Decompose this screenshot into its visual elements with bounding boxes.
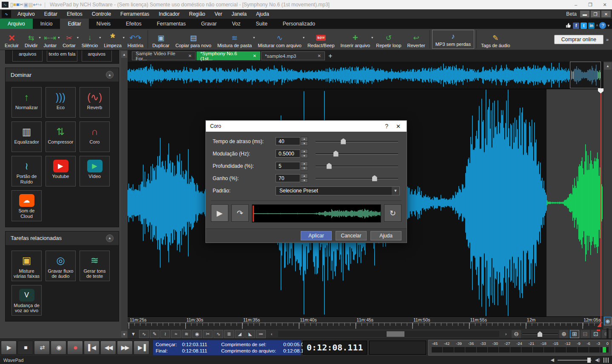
dialog-help-icon[interactable]: ? [379, 123, 394, 130]
ribbon-tab-ferramentas[interactable]: Ferramentas [149, 19, 194, 29]
sidebar-clipped-item[interactable]: texto em fala [47, 51, 77, 62]
toolbar-overflow-icon[interactable]: » [606, 37, 609, 42]
silence-button[interactable]: ↓Silêncio▾ [79, 29, 101, 50]
overview-viewport[interactable] [570, 62, 601, 88]
menu-item-região[interactable]: Região [185, 9, 210, 19]
sidebar-item-normalizar[interactable]: ↑Normalizar [11, 87, 42, 118]
reverse-button[interactable]: ↩Reverter [404, 29, 428, 50]
menu-item-indicador[interactable]: Indicador [154, 9, 184, 19]
viewport-handles[interactable] [571, 71, 574, 79]
ribbon-tab-gravar[interactable]: Gravar [194, 19, 225, 29]
modulation-slider[interactable] [316, 150, 400, 157]
split-button[interactable]: ⇆Dividir▾ [22, 29, 41, 50]
ribbon-tab-personalizado[interactable]: Personalizado [275, 19, 323, 29]
menu-item-ver[interactable]: Ver [210, 9, 227, 19]
zoom-selection-icon[interactable]: ⊟ [581, 330, 590, 338]
buy-online-button[interactable]: Comprar online [554, 35, 603, 44]
forward-button[interactable]: ▶▶ [117, 341, 133, 355]
trim-button[interactable]: ✂Cortar▾ [60, 29, 79, 50]
sidebar-item-youtube[interactable]: ▶Youtube [46, 156, 76, 186]
redact-beep-button[interactable]: $@!#Redact/Beep [305, 29, 338, 50]
menu-item-arquivo[interactable]: Arquivo [13, 9, 40, 19]
modulation-stepper[interactable]: ▲▼ [301, 149, 308, 158]
menu-item-controle[interactable]: Controle [87, 9, 116, 19]
sidebar-scrollbar[interactable]: ▲ ▼ [121, 50, 127, 339]
join-button[interactable]: ⇤⇥Juntar▾ [41, 29, 60, 50]
mute-icon[interactable]: ◀ [550, 357, 554, 363]
chevron-down-icon[interactable]: ▼ [392, 187, 399, 195]
ribbon-tab-efeitos[interactable]: Efeitos [118, 19, 149, 29]
speaker-icon[interactable]: ◀) [595, 357, 600, 363]
close-tab-icon[interactable]: ✕ [318, 54, 321, 58]
zoom-in-icon[interactable]: ⊕ [559, 330, 569, 338]
new-file-icon[interactable]: ▯ [10, 2, 13, 8]
mp3-lossless-button[interactable]: ♪MP3 sem perdas [432, 30, 474, 49]
document-tab-0[interactable]: Sample Video File For...✕ [132, 51, 196, 60]
close-tab-icon[interactable]: ✕ [188, 54, 192, 58]
dialog-close-icon[interactable]: ✕ [394, 123, 402, 130]
section-header[interactable]: Tarefas relacionadas▲ [6, 231, 119, 245]
channel-lr-tool-icon[interactable]: ≈ [171, 330, 181, 338]
thumbs-up-icon[interactable] [566, 23, 572, 28]
sidebar-item-eco[interactable]: )))Eco [46, 87, 76, 118]
preview-play-button[interactable]: ▶ [211, 204, 228, 222]
insert-file-button[interactable]: +Inserir arquivo▾ [338, 29, 373, 50]
ribbon-tab-suite[interactable]: Suite [248, 19, 275, 29]
hscroll-left-icon[interactable]: ‹ [267, 330, 276, 338]
delay-slider[interactable] [316, 138, 400, 145]
overview-strip[interactable] [128, 62, 612, 89]
section-header[interactable]: Dominar▲ [6, 68, 119, 82]
sidebar-clipped-item[interactable]: arquivos [82, 51, 112, 62]
depth-slider[interactable] [316, 163, 400, 169]
draw-tool-icon[interactable]: ✎ [150, 330, 159, 338]
chevron-down-icon[interactable]: ▾ [607, 23, 609, 28]
preset-dropdown[interactable]: Selecione Preset ▼ [276, 186, 400, 195]
sidebar-item-portão-de-ruído[interactable]: ≀Portão de Ruído [11, 156, 42, 186]
help-button[interactable]: Ajuda [370, 231, 401, 240]
depth-input[interactable]: 5 [276, 162, 300, 170]
twitter-icon[interactable]: t [581, 23, 587, 29]
zoom-region-icon[interactable]: ⊡ [591, 330, 601, 338]
document-tab-2[interactable]: *sample4.mp3✕ [261, 51, 325, 60]
collapse-icon[interactable]: ▲ [106, 234, 114, 242]
stereo-pan-tool-icon[interactable]: ◉ [192, 330, 202, 338]
collapse-ribbon-icon[interactable]: ˄ [596, 23, 598, 28]
duplicate-button[interactable]: ▣Duplicar [149, 29, 172, 50]
sidebar-item-gravar-fluxo-de-áudio[interactable]: ◎Gravar fluxo de áudio [46, 251, 76, 281]
cancel-button[interactable]: Cancelar [336, 231, 367, 240]
copy-icon[interactable]: ▣ [23, 2, 28, 8]
timeline-ruler[interactable]: 11m:25s11m:30s11m:35s11m:40s11m:45s11m:5… [128, 316, 603, 329]
fade-in-tool-icon[interactable]: ◢ [235, 330, 245, 338]
menubar-close-icon[interactable]: ✕ [601, 11, 611, 17]
audio-tags-button[interactable]: ✎Tags de áudio [478, 29, 513, 50]
mixer-icon[interactable] [603, 358, 609, 363]
copy-to-new-button[interactable]: ▤Copiar para novo [172, 29, 214, 50]
playhead-cursor[interactable] [601, 89, 601, 327]
vscroll-up-icon[interactable]: ▲ [604, 62, 612, 70]
minimize-icon[interactable]: – [569, 2, 583, 8]
wave-view-tool-icon[interactable]: ∿ [213, 330, 223, 338]
volume-slider[interactable] [558, 358, 592, 363]
menu-item-ajuda[interactable]: Ajuda [251, 9, 274, 19]
cut-region-tool-icon[interactable]: ✂ [203, 330, 213, 338]
frames-tool-icon[interactable]: ≣ [224, 330, 234, 338]
sidebar-item-coro[interactable]: ∩Coro [80, 121, 110, 152]
dual-wave-tool-icon[interactable]: ≋ [182, 330, 191, 338]
sidebar-clipped-item[interactable]: arquivos [12, 51, 43, 62]
delete-button[interactable]: ×Excluir [2, 29, 22, 50]
open-icon[interactable]: ■ [13, 2, 16, 8]
gain-input[interactable]: 70 [276, 174, 300, 182]
sidebar-item-mudança-de-voz-ao-vivo[interactable]: VMudança de voz ao vivo [11, 285, 42, 316]
menu-item-editar[interactable]: Editar [40, 9, 62, 19]
zoom-slider-thumb[interactable] [538, 331, 542, 337]
scroll-up-icon[interactable]: ▲ [121, 51, 127, 58]
sidebar-item-gerar-tons-de-teste[interactable]: ≋Gerar tons de teste [80, 251, 110, 281]
sidebar-item-compressor[interactable]: ⇅Compressor [46, 121, 76, 152]
stop-button[interactable]: ■ [17, 341, 33, 355]
help-icon[interactable]: ? [599, 22, 606, 29]
collapse-icon[interactable]: ▲ [106, 71, 114, 79]
depth-stepper[interactable]: ▲▼ [301, 161, 308, 170]
select-region-tool-icon[interactable]: ∿ [139, 330, 149, 338]
zoom-slider[interactable] [522, 331, 558, 337]
ribbon-tab-níveis[interactable]: Níveis [89, 19, 118, 29]
